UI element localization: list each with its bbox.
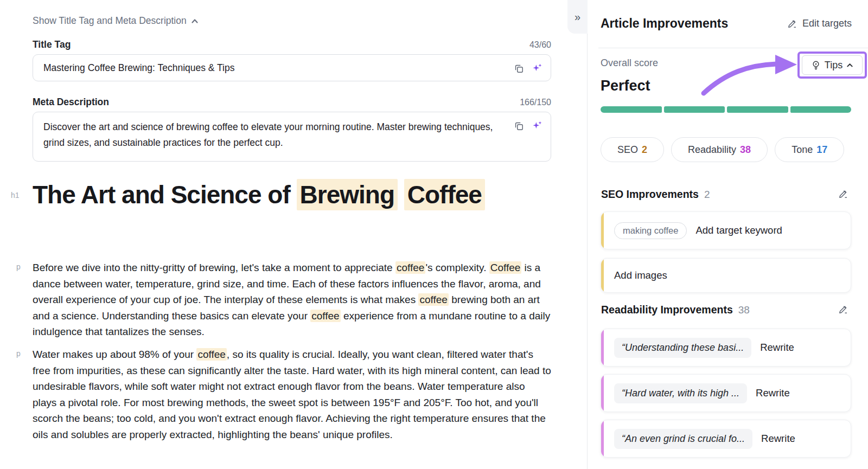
meta-description-counter: 166/150 <box>520 98 551 107</box>
add-images-label: Add images <box>614 269 667 281</box>
readability-improvements-title: Readability Improvements <box>601 304 733 316</box>
annotation-arrow <box>696 50 802 104</box>
article-h1[interactable]: The Art and Science of Brewing Coffee <box>33 177 532 213</box>
readability-improvements-count: 38 <box>738 304 750 316</box>
toggle-title-meta-label: Show Title Tag and Meta Description <box>33 15 187 27</box>
score-bar-segment <box>601 106 662 113</box>
sentence-snippet: “An even grind is crucial fo... <box>614 429 752 449</box>
rewrite-button[interactable]: Rewrite <box>756 387 790 399</box>
panel-title: Article Improvements <box>601 16 728 31</box>
pill-label: SEO <box>617 144 638 156</box>
title-tag-input[interactable]: Mastering Coffee Brewing: Techniques & T… <box>33 54 551 81</box>
annotation-highlight-box: Tips <box>797 52 867 79</box>
seo-improvements-count: 2 <box>704 189 710 201</box>
add-images-card[interactable]: Add images <box>601 258 851 293</box>
copy-icon[interactable] <box>513 62 525 74</box>
add-target-keyword-card[interactable]: making coffee Add target keyword <box>601 211 851 249</box>
score-bar-segment <box>664 106 725 113</box>
pill-value: 38 <box>740 144 751 156</box>
article-paragraph[interactable]: Water makes up about 98% of your coffee,… <box>33 346 551 442</box>
h1-block-marker: h1 <box>11 191 20 200</box>
header-divider <box>598 48 868 48</box>
pencil-icon <box>787 18 797 29</box>
overall-score-value: Perfect <box>601 78 650 94</box>
edit-targets-label: Edit targets <box>802 18 852 29</box>
chevron-up-icon <box>191 17 199 25</box>
seo-improvements-title: SEO Improvements <box>601 188 699 201</box>
rewrite-suggestion-card[interactable]: “An even grind is crucial fo... Rewrite <box>601 420 851 458</box>
meta-description-input[interactable]: Discover the art and science of brewing … <box>33 112 551 162</box>
edit-targets-button[interactable]: Edit targets <box>787 18 852 29</box>
score-bar-segment <box>790 106 852 113</box>
paragraph-marker: p <box>16 349 21 358</box>
edit-readability-targets-icon[interactable] <box>838 304 848 317</box>
paragraph-marker: p <box>16 262 21 271</box>
article-editor: Show Title Tag and Meta Description Titl… <box>0 0 587 469</box>
sentence-snippet: “Understanding these basi... <box>614 338 751 358</box>
rewrite-button[interactable]: Rewrite <box>760 342 794 354</box>
keyword-chip[interactable]: making coffee <box>614 222 687 239</box>
title-tag-label: Title Tag <box>33 39 71 50</box>
ai-sparkles-icon[interactable] <box>531 120 543 132</box>
pill-value: 17 <box>816 144 827 156</box>
overall-score-label: Overall score <box>601 57 658 69</box>
sentence-snippet: “Hard water, with its high ... <box>614 383 747 403</box>
pill-label: Readability <box>688 144 736 156</box>
tone-score-pill[interactable]: Tone 17 <box>775 137 844 162</box>
title-tag-counter: 43/60 <box>529 40 551 50</box>
rewrite-button[interactable]: Rewrite <box>761 433 795 445</box>
readability-score-pill[interactable]: Readability 38 <box>671 137 768 162</box>
chevron-up-icon <box>846 62 853 69</box>
article-improvements-panel: Article Improvements Edit targets Overal… <box>588 0 868 469</box>
ai-sparkles-icon[interactable] <box>531 62 543 74</box>
pill-value: 2 <box>642 144 647 156</box>
double-chevron-right-icon: » <box>575 11 580 23</box>
edit-seo-targets-icon[interactable] <box>838 189 848 201</box>
tips-button[interactable]: Tips <box>802 55 863 75</box>
article-paragraph[interactable]: Before we dive into the nitty-gritty of … <box>33 260 551 340</box>
copy-icon[interactable] <box>513 120 525 132</box>
score-bar-segment <box>727 106 788 113</box>
collapse-panel-button[interactable]: » <box>567 0 588 34</box>
pill-label: Tone <box>792 144 813 156</box>
seo-score-pill[interactable]: SEO 2 <box>601 137 664 162</box>
overall-score-bar <box>601 106 851 113</box>
toggle-title-meta[interactable]: Show Title Tag and Meta Description <box>33 15 199 27</box>
rewrite-suggestion-card[interactable]: “Hard water, with its high ... Rewrite <box>601 374 851 412</box>
meta-description-value: Discover the art and science of brewing … <box>43 119 505 151</box>
title-tag-value: Mastering Coffee Brewing: Techniques & T… <box>43 60 234 76</box>
meta-description-label: Meta Description <box>33 97 109 108</box>
lightbulb-icon <box>811 60 821 70</box>
add-target-keyword-label: Add target keyword <box>695 224 782 236</box>
tips-label: Tips <box>825 60 843 71</box>
rewrite-suggestion-card[interactable]: “Understanding these basi... Rewrite <box>601 329 851 367</box>
